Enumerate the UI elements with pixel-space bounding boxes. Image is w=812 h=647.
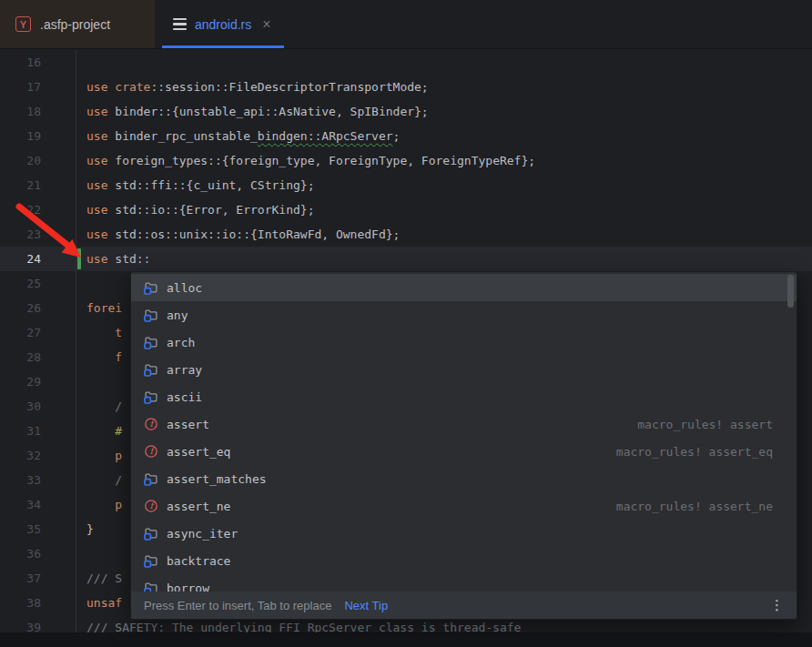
code-text: use std::ffi::{c_uint, CString}; <box>76 173 314 197</box>
module-icon <box>144 280 158 295</box>
code-line[interactable]: 18use binder::{unstable_api::AsNative, S… <box>0 99 812 124</box>
line-number: 34 <box>0 492 76 517</box>
tab-label: android.rs <box>195 17 251 32</box>
completion-item-type-hint: macro_rules! assert_eq <box>616 445 773 459</box>
next-tip-link[interactable]: Next Tip <box>344 599 388 612</box>
module-icon <box>144 471 158 486</box>
line-number: 30 <box>0 394 76 419</box>
completion-item-label: assert_ne <box>167 500 230 513</box>
code-text: p <box>76 492 122 517</box>
completion-item[interactable]: any <box>131 301 797 329</box>
code-text: /// S <box>76 566 122 591</box>
line-number: 32 <box>0 443 76 468</box>
line-number: 20 <box>0 148 76 173</box>
completion-item-label: ascii <box>167 390 202 404</box>
code-line[interactable]: 21use std::ffi::{c_uint, CString}; <box>0 173 812 197</box>
completion-item[interactable]: array <box>131 356 797 383</box>
completion-item-label: borrow <box>167 581 209 592</box>
kebab-menu-icon[interactable]: ⋮ <box>770 597 784 613</box>
completion-item[interactable]: fassertmacro_rules! assert <box>131 410 797 438</box>
completion-item[interactable]: async_iter <box>131 520 797 547</box>
code-text: use foreign_types::{foreign_type, Foreig… <box>76 148 535 173</box>
completion-item-type-hint: macro_rules! assert_ne <box>616 500 773 513</box>
macro-icon: f <box>144 444 158 459</box>
code-line[interactable]: 20use foreign_types::{foreign_type, Fore… <box>0 148 812 173</box>
completion-item-label: array <box>167 363 202 377</box>
completion-item[interactable]: backtrace <box>131 547 797 574</box>
completion-list: allocanyarcharrayasciifassertmacro_rules… <box>131 272 797 591</box>
completion-item[interactable]: assert_matches <box>131 465 797 492</box>
module-icon <box>144 526 158 541</box>
completion-item-label: assert_matches <box>167 472 267 486</box>
line-number: 29 <box>0 369 76 394</box>
code-text: # <box>76 419 122 443</box>
code-line[interactable]: 16 <box>0 50 812 75</box>
completion-popup: allocanyarcharrayasciifassertmacro_rules… <box>130 271 797 620</box>
code-text: use std::os::unix::io::{IntoRawFd, Owned… <box>76 222 400 247</box>
vcs-change-marker <box>77 248 81 269</box>
module-icon <box>144 581 158 591</box>
completion-item-label: arch <box>167 336 195 349</box>
completion-item-label: assert_eq <box>167 445 230 459</box>
footer-hint-text: Press Enter to insert, Tab to replace <box>144 599 331 612</box>
code-line[interactable]: 23use std::os::unix::io::{IntoRawFd, Own… <box>0 222 812 247</box>
editor-bottom-edge <box>0 632 812 647</box>
line-number: 19 <box>0 124 76 148</box>
code-line[interactable]: 22use std::io::{Error, ErrorKind}; <box>0 197 812 222</box>
code-text: use binder::{unstable_api::AsNative, SpI… <box>76 99 429 124</box>
line-number: 37 <box>0 566 76 591</box>
code-text: forei <box>76 296 122 320</box>
code-line[interactable]: 24use std:: <box>0 247 812 271</box>
completion-item[interactable]: alloc <box>131 274 797 301</box>
completion-item[interactable]: arch <box>131 329 797 356</box>
line-number: 38 <box>0 591 76 615</box>
completion-item[interactable]: borrow <box>131 574 797 591</box>
code-text: t <box>76 320 122 345</box>
code-text: use binder_rpc_unstable_bindgen::ARpcSer… <box>76 124 400 148</box>
module-icon <box>144 308 158 322</box>
line-number: 23 <box>0 222 76 247</box>
completion-item-label: any <box>167 308 188 322</box>
code-line[interactable]: 19use binder_rpc_unstable_bindgen::ARpcS… <box>0 124 812 148</box>
active-tab-underline <box>162 45 284 49</box>
line-number: 25 <box>0 271 76 296</box>
line-number: 16 <box>0 50 76 75</box>
completion-item[interactable]: ascii <box>131 383 797 410</box>
tab-label: .asfp-project <box>40 17 110 32</box>
tab-asfp-project[interactable]: Y .asfp-project <box>0 0 155 48</box>
editor-tab-bar: Y .asfp-project android.rs × <box>0 0 812 49</box>
code-text: use std::io::{Error, ErrorKind}; <box>76 197 314 222</box>
module-icon <box>144 553 158 568</box>
line-number: 22 <box>0 197 76 222</box>
module-icon <box>144 389 158 404</box>
line-number: 33 <box>0 468 76 492</box>
completion-item-label: assert <box>167 418 209 431</box>
completion-item[interactable]: fassert_nemacro_rules! assert_ne <box>131 492 797 520</box>
code-text: unsaf <box>76 591 122 615</box>
line-number: 18 <box>0 99 76 124</box>
code-text: p <box>76 443 122 468</box>
code-text: } <box>76 517 94 541</box>
completion-item[interactable]: fassert_eqmacro_rules! assert_eq <box>131 438 797 465</box>
module-icon <box>144 335 158 349</box>
line-number: 35 <box>0 517 76 541</box>
line-number: 31 <box>0 419 76 443</box>
tab-android-rs[interactable]: android.rs × <box>162 0 284 48</box>
rust-file-icon <box>173 18 187 30</box>
line-number: 17 <box>0 75 76 99</box>
code-line[interactable]: 17use crate::session::FileDescriptorTran… <box>0 75 812 99</box>
completion-item-type-hint: macro_rules! assert <box>637 418 773 431</box>
completion-footer: Press Enter to insert, Tab to replace Ne… <box>131 591 797 619</box>
completion-item-label: async_iter <box>167 527 238 541</box>
close-tab-icon[interactable]: × <box>262 17 270 32</box>
code-text <box>76 271 86 296</box>
code-text: / <box>76 468 122 492</box>
line-number: 27 <box>0 320 76 345</box>
macro-icon: f <box>144 499 158 513</box>
line-number: 36 <box>0 541 76 566</box>
code-text <box>76 541 86 566</box>
code-text: use std:: <box>76 247 150 271</box>
code-text <box>76 50 86 75</box>
line-number: 28 <box>0 345 76 369</box>
popup-scrollbar[interactable] <box>787 275 794 308</box>
